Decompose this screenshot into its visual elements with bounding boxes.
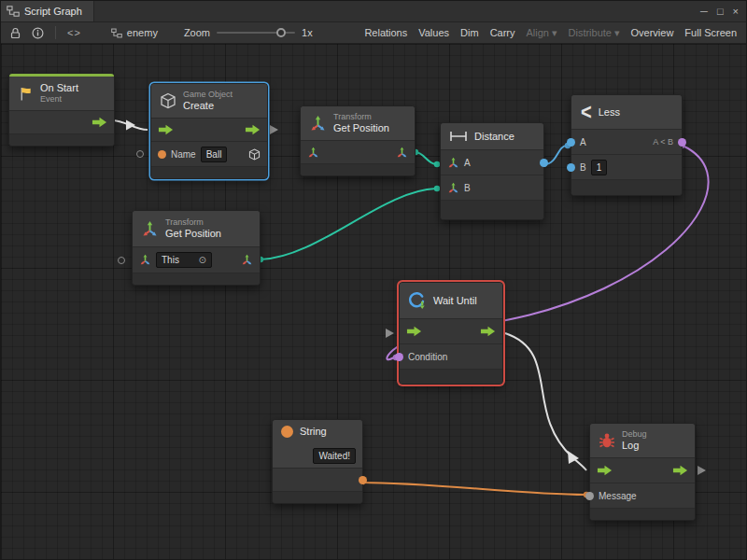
less-output-label: A < B <box>653 137 673 147</box>
vector3-out-port-icon[interactable] <box>241 254 253 266</box>
code-view-button[interactable]: <> <box>62 22 87 43</box>
target-self-dropdown[interactable]: This ⊙ <box>156 252 212 268</box>
wire-string-debuglog-message <box>361 483 585 495</box>
string-out-port-dot[interactable] <box>359 476 367 484</box>
node-create[interactable]: Game Object Create Name Ball <box>150 83 268 179</box>
flow-out-port[interactable] <box>245 124 261 135</box>
node-less[interactable]: < Less A A < B B 1 <box>571 94 683 196</box>
node-title: Distance <box>474 131 514 143</box>
minimize-button[interactable]: ─ <box>700 6 708 17</box>
flow-in-port[interactable] <box>406 326 422 337</box>
node-subtitle: Event <box>40 94 78 105</box>
flow-in-port[interactable] <box>158 124 174 135</box>
vector3-port-icon[interactable] <box>447 157 459 169</box>
full-screen-button[interactable]: Full Screen <box>679 27 742 38</box>
flow-out-port[interactable] <box>480 326 496 337</box>
port-label: Condition <box>408 352 447 362</box>
port-label: B <box>580 162 586 173</box>
chevron-down-icon: ▾ <box>614 27 620 39</box>
less-b-input[interactable]: 1 <box>591 160 608 175</box>
less-a-port-dot[interactable] <box>567 138 575 147</box>
node-footer <box>441 200 543 219</box>
window-tab-bar: Script Graph ─ □ × <box>1 1 746 22</box>
node-title: Wait Until <box>433 295 477 307</box>
graph-owner[interactable]: enemy <box>111 27 158 38</box>
port-label: Message <box>599 491 637 501</box>
string-value-input[interactable]: Waited! <box>313 448 356 464</box>
unconnected-port[interactable] <box>136 150 144 158</box>
tab-title: Script Graph <box>24 6 82 17</box>
flow-continuation-arrow <box>386 329 394 338</box>
close-button[interactable]: × <box>733 6 739 17</box>
zoom-knob[interactable] <box>276 28 286 37</box>
code-icon: <> <box>67 27 81 38</box>
transform-in-port-icon[interactable] <box>307 147 319 159</box>
transform-in-port-icon[interactable] <box>139 254 151 266</box>
distance-out-port-dot[interactable] <box>540 159 548 167</box>
node-string[interactable]: String Waited! <box>272 419 363 504</box>
flow-arrowhead <box>126 120 135 131</box>
zoom-slider[interactable] <box>217 32 295 34</box>
node-title: Get Position <box>165 228 221 240</box>
transform-icon <box>309 115 327 133</box>
node-title: On Start <box>40 82 78 94</box>
lock-button[interactable] <box>5 22 26 43</box>
node-get-position-2[interactable]: Transform Get Position This ⊙ <box>132 210 261 286</box>
node-get-position-1[interactable]: Transform Get Position <box>300 105 416 176</box>
align-dropdown[interactable]: Align ▾ <box>521 27 563 39</box>
condition-port-dot[interactable] <box>395 353 403 361</box>
node-distance[interactable]: Distance A B <box>440 122 544 220</box>
flow-out-port[interactable] <box>672 465 688 476</box>
node-footer <box>571 179 682 195</box>
node-debug-log[interactable]: Debug Log Message <box>589 423 696 521</box>
vector3-out-port-icon[interactable] <box>396 147 408 159</box>
toolbar-divider <box>55 26 56 39</box>
lock-icon <box>10 27 21 39</box>
transform-icon <box>141 220 159 238</box>
node-title: String <box>300 426 327 438</box>
less-out-port-dot[interactable] <box>678 138 686 147</box>
vector3-port-icon[interactable] <box>447 182 459 194</box>
wire-flow-onstart-create <box>111 120 148 130</box>
values-button[interactable]: Values <box>413 27 455 38</box>
unconnected-port[interactable] <box>118 257 125 264</box>
carry-button[interactable]: Carry <box>485 27 521 38</box>
graph-canvas[interactable]: On Start Event Game Object Creat <box>1 44 746 560</box>
tab-script-graph[interactable]: Script Graph <box>1 1 94 21</box>
game-object-port-icon[interactable] <box>248 148 261 161</box>
less-icon: < <box>581 103 592 122</box>
maximize-button[interactable]: □ <box>717 6 724 17</box>
port-label: A <box>464 158 471 168</box>
bug-icon <box>599 432 615 449</box>
inspect-button[interactable] <box>26 22 49 43</box>
node-title: Log <box>622 440 647 452</box>
relations-button[interactable]: Relations <box>359 27 413 38</box>
message-port-dot[interactable] <box>585 492 594 500</box>
flow-continuation-arrow <box>698 466 706 475</box>
node-wait-until[interactable]: Wait Until Condition <box>399 282 503 385</box>
string-icon <box>281 426 293 438</box>
wire-getposition2-distance-b <box>261 189 436 259</box>
toolbar-button-group: Relations Values Dim Carry Align ▾ Distr… <box>359 27 742 39</box>
zoom-control: Zoom 1x <box>184 27 313 38</box>
distribute-dropdown[interactable]: Distribute ▾ <box>563 27 626 39</box>
script-graph-window: Script Graph ─ □ × <> <box>0 0 747 560</box>
flow-in-port[interactable] <box>597 465 613 476</box>
graph-toolbar: <> enemy Zoom 1x Relations Values Dim Ca… <box>1 22 746 44</box>
dim-button[interactable]: Dim <box>455 27 485 38</box>
name-input[interactable]: Ball <box>201 147 228 162</box>
node-footer <box>273 491 362 503</box>
overview-button[interactable]: Overview <box>626 27 680 38</box>
less-b-port-dot[interactable] <box>567 163 575 172</box>
target-icon: ⊙ <box>199 254 206 266</box>
graph-owner-icon <box>111 28 122 38</box>
node-context: Debug <box>622 429 647 440</box>
node-on-start[interactable]: On Start Event <box>8 73 115 147</box>
node-footer <box>590 508 695 520</box>
flow-continuation-arrow <box>270 125 278 134</box>
node-footer <box>133 273 260 285</box>
name-port-dot[interactable] <box>158 150 166 159</box>
node-footer <box>151 166 267 178</box>
flow-out-port[interactable] <box>92 117 107 128</box>
info-icon <box>32 27 44 39</box>
